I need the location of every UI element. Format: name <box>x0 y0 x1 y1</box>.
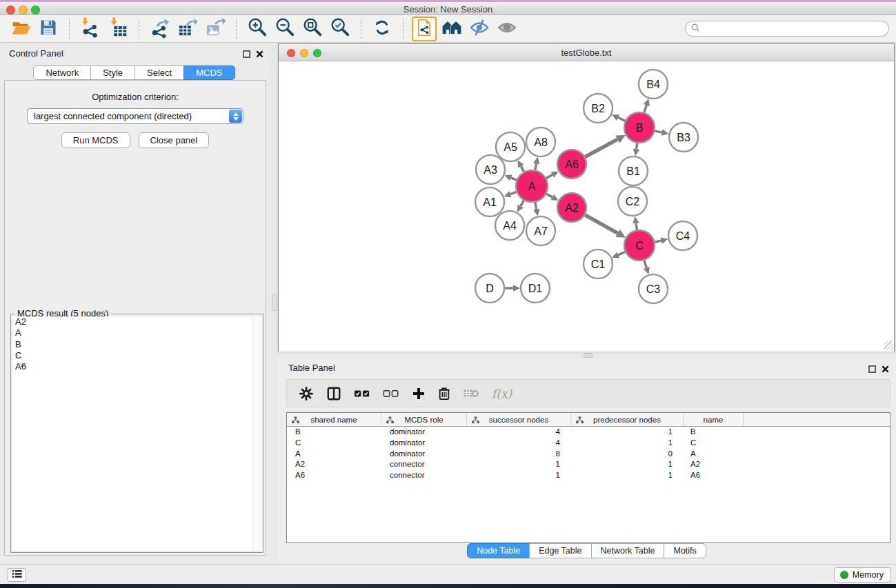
network-window-titlebar[interactable]: testGlobe.txt <box>279 44 894 61</box>
run-mcds-button[interactable]: Run MCDS <box>61 132 130 148</box>
edge-A-A2[interactable] <box>546 194 552 197</box>
edge-A-A7[interactable] <box>535 202 537 210</box>
tab-select[interactable]: Select <box>135 65 184 80</box>
mcds-result-item[interactable]: A6 <box>12 361 261 372</box>
zoom-in-button[interactable] <box>243 17 271 41</box>
table-row-A6[interactable]: A6connector11A6 <box>287 470 890 481</box>
task-history-button[interactable] <box>8 568 26 582</box>
close-panel-icon[interactable] <box>882 363 889 376</box>
deselect-all-columns-button[interactable] <box>383 383 399 404</box>
function-builder-button[interactable]: f(x) <box>492 383 512 404</box>
zoom-out-button[interactable] <box>271 17 299 41</box>
edge-A-A4[interactable] <box>521 200 524 206</box>
home-icons <box>441 19 462 39</box>
network-canvas[interactable]: AA1A2A3A4A5A6A7A8BB1B2B3B4CC1C2C3C4DD1 <box>279 61 894 352</box>
arrowhead-A-A7 <box>533 209 539 216</box>
tab-network-table[interactable]: Network Table <box>591 543 665 558</box>
delete-table-button[interactable] <box>463 383 479 404</box>
edge-A2-C[interactable] <box>584 214 617 233</box>
export-image-button[interactable] <box>201 17 229 41</box>
column-header-shared-name[interactable]: shared name <box>287 413 381 426</box>
edge-A-A8[interactable] <box>535 163 537 170</box>
import-network-icon <box>80 17 101 41</box>
network-file-button[interactable] <box>410 17 438 41</box>
edge-A-A5[interactable] <box>521 166 524 172</box>
arrowhead-A-A8 <box>533 157 539 165</box>
tab-motifs[interactable]: Motifs <box>664 543 706 558</box>
window-resize-grip[interactable] <box>884 341 893 350</box>
tab-network[interactable]: Network <box>33 65 91 80</box>
network-file-active-frame <box>412 17 437 41</box>
network-window-title: testGlobe.txt <box>279 48 894 58</box>
tab-edge-table[interactable]: Edge Table <box>529 543 591 558</box>
tab-node-table[interactable]: Node Table <box>467 543 530 558</box>
vertical-split-handle[interactable] <box>272 294 277 311</box>
table-toolbar: f(x) <box>286 379 890 407</box>
edge-C-C1[interactable] <box>618 252 626 255</box>
edge-B-B3[interactable] <box>654 131 661 132</box>
edge-B-B1[interactable] <box>637 143 637 150</box>
export-table-button[interactable] <box>174 17 201 41</box>
save-session-button[interactable] <box>34 17 62 41</box>
edge-A-A3[interactable] <box>511 178 517 181</box>
show-graphics-button[interactable] <box>493 17 521 41</box>
apply-layout-button[interactable] <box>368 17 396 41</box>
edge-A-A6[interactable] <box>546 174 552 178</box>
zoom-selected-button[interactable] <box>326 17 354 41</box>
mcds-result-item[interactable]: A <box>12 327 261 338</box>
edge-B-B4[interactable] <box>644 105 647 113</box>
open-file-button[interactable] <box>7 17 34 41</box>
arrowhead-D-D1 <box>513 285 520 292</box>
create-column-button[interactable] <box>412 383 426 404</box>
edge-B-B2[interactable] <box>618 118 626 121</box>
close-panel-icon[interactable] <box>256 48 263 61</box>
search-box[interactable] <box>685 21 889 37</box>
import-table-button[interactable] <box>104 17 132 41</box>
cell-name: A2 <box>684 459 744 470</box>
cell-MCDS-role: dominator <box>381 438 467 449</box>
horizontal-split-handle[interactable] <box>584 353 593 358</box>
home-button[interactable] <box>438 17 466 41</box>
column-header-label: name <box>704 416 724 424</box>
graph-node-label-A1: A1 <box>483 196 497 208</box>
search-icon <box>690 23 700 35</box>
mcds-result-item[interactable]: C <box>12 350 261 361</box>
edge-A-A1[interactable] <box>510 192 517 194</box>
export-network-button[interactable] <box>146 17 174 41</box>
column-chooser-button[interactable] <box>326 383 341 404</box>
float-panel-icon[interactable] <box>868 363 876 376</box>
table-row-A[interactable]: Adominator80A <box>287 449 890 460</box>
close-panel-button[interactable]: Close panel <box>139 132 210 148</box>
mcds-result-item[interactable]: B <box>12 339 261 350</box>
hide-graphics-button[interactable] <box>466 17 493 41</box>
optimization-select[interactable]: largest connected component (directed) <box>27 108 243 124</box>
zoom-fit-button[interactable] <box>299 17 326 41</box>
column-header-successor-nodes[interactable]: successor nodes <box>467 413 571 426</box>
edge-C-C3[interactable] <box>644 260 647 268</box>
search-input[interactable] <box>703 23 888 35</box>
memory-button[interactable]: Memory <box>834 567 891 582</box>
select-all-columns-button[interactable] <box>354 383 370 404</box>
edge-C-C4[interactable] <box>654 241 661 242</box>
edge-C-C2[interactable] <box>636 223 637 231</box>
table-settings-button[interactable] <box>299 383 314 404</box>
float-panel-icon[interactable] <box>243 48 250 61</box>
cell-successor-nodes: 1 <box>467 459 571 470</box>
column-header-predecessor-nodes[interactable]: predecessor nodes <box>571 413 684 426</box>
delete-column-button[interactable] <box>438 383 450 404</box>
tab-mcds[interactable]: MCDS <box>183 65 235 80</box>
graph-node-label-A5: A5 <box>504 141 517 153</box>
scrollbar-track[interactable] <box>252 316 261 551</box>
mcds-result-item[interactable]: A2 <box>12 316 261 327</box>
table-row-C[interactable]: Cdominator41C <box>287 438 890 449</box>
column-header-MCDS-role[interactable]: MCDS role <box>381 413 467 426</box>
table-row-B[interactable]: Bdominator41B <box>287 427 890 438</box>
graph-node-label-B3: B3 <box>677 132 690 143</box>
tab-style[interactable]: Style <box>90 65 135 80</box>
import-network-button[interactable] <box>77 17 104 41</box>
network-graph[interactable]: AA1A2A3A4A5A6A7A8BB1B2B3B4CC1C2C3C4DD1 <box>279 61 894 352</box>
edge-A6-B[interactable] <box>584 139 617 157</box>
column-header-name[interactable]: name <box>684 413 744 426</box>
zoom-selected-icon <box>330 17 350 41</box>
table-row-A2[interactable]: A2connector11A2 <box>287 459 890 470</box>
